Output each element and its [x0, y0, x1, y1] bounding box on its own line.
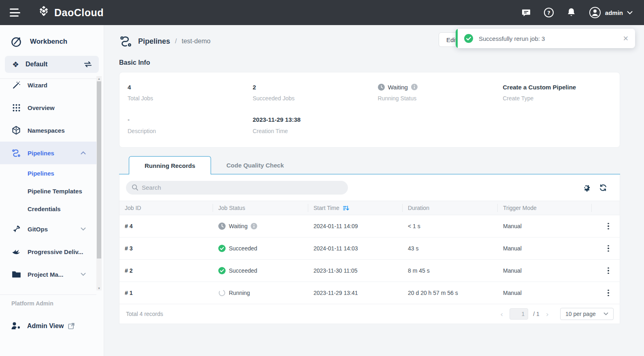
toast-accent-bar: [456, 29, 458, 48]
sidebar-scrollbar[interactable]: ▲ ▼: [96, 76, 102, 290]
column-header-duration[interactable]: Duration: [403, 204, 498, 212]
duration-cell: < 1 s: [403, 223, 498, 229]
search-input[interactable]: [142, 184, 328, 191]
menu-toggle-icon[interactable]: [10, 8, 20, 17]
refresh-icon[interactable]: [599, 183, 608, 192]
job-status-cell: Waiting: [213, 222, 308, 230]
scrollbar-thumb[interactable]: [97, 81, 101, 259]
gitops-rocket-icon: [11, 225, 21, 234]
sidebar-item-overview[interactable]: Overview: [0, 96, 96, 119]
platform-admin-divider: [0, 295, 96, 295]
table-row[interactable]: # 2 Succeeded 2023-11-30 11:05 8 m 45 s …: [119, 260, 620, 282]
waiting-clock-icon: [378, 84, 385, 91]
chevron-up-icon: [81, 151, 86, 155]
progressive-delivery-bird-icon: [11, 248, 21, 256]
main-content: Pipelines / test-demo Edit Successfully …: [104, 25, 644, 356]
page-number-input[interactable]: [510, 308, 528, 320]
breadcrumb-root[interactable]: Pipelines: [138, 37, 170, 46]
sidebar-item-project-management[interactable]: Project Ma...: [0, 263, 96, 286]
start-time-cell: 2023-11-30 11:05: [308, 267, 403, 274]
column-header-actions: [592, 204, 620, 212]
toast-close-icon[interactable]: ✕: [623, 35, 629, 42]
row-actions-kebab-icon[interactable]: [606, 244, 611, 254]
column-header-start-time[interactable]: Start Time: [308, 204, 403, 212]
scroll-up-arrow-icon[interactable]: ▲: [96, 76, 102, 81]
job-id-cell: # 2: [119, 267, 213, 274]
job-id-cell: # 1: [119, 290, 213, 296]
messages-icon[interactable]: [521, 7, 531, 18]
waiting-clock-icon: [218, 222, 226, 230]
breadcrumb-current: test-demo: [181, 38, 210, 45]
column-settings-gear-icon[interactable]: [582, 183, 591, 192]
chevron-down-icon: [81, 227, 86, 231]
total-records-text: Total 4 records: [126, 311, 163, 317]
search-box[interactable]: [126, 181, 348, 195]
job-status-text: Succeeded: [229, 245, 257, 252]
sidebar-subitem-pipeline-templates[interactable]: Pipeline Templates: [0, 182, 96, 200]
wizard-wand-icon: [11, 81, 21, 90]
total-jobs-label: Total Jobs: [128, 95, 241, 102]
brand-wordmark: DaoCloud: [54, 7, 104, 19]
row-actions-kebab-icon[interactable]: [606, 266, 611, 276]
workbench-header[interactable]: Workbench: [0, 25, 104, 48]
user-menu[interactable]: admin: [589, 6, 633, 19]
sort-descending-icon[interactable]: [343, 205, 349, 211]
user-name: admin: [605, 9, 623, 16]
job-id-cell: # 4: [119, 223, 213, 229]
daocloud-logo-icon: [37, 6, 50, 19]
switch-workspace-icon[interactable]: [83, 61, 92, 68]
sidebar-item-progressive-delivery[interactable]: Progressive Deliv...: [0, 240, 96, 263]
sidebar-subitem-label: Credentials: [28, 206, 61, 212]
row-actions-kebab-icon[interactable]: [606, 288, 611, 298]
table-row[interactable]: # 3 Succeeded 2024-01-11 14:03 43 s Manu…: [119, 237, 620, 260]
running-records-panel: Job ID Job Status Start Time Duration Tr…: [119, 174, 620, 324]
per-page-value: 10 per page: [565, 311, 596, 317]
running-status-label: Running Status: [378, 95, 491, 102]
workspace-selector[interactable]: ❖ Default: [5, 56, 99, 73]
trigger-mode-cell: Manual: [498, 267, 592, 274]
top-header: DaoCloud ? admin: [0, 0, 644, 25]
sidebar-item-label: Wizard: [28, 82, 47, 89]
job-status-cell: Succeeded: [213, 245, 308, 252]
admin-user-icon: [11, 321, 21, 331]
per-page-select[interactable]: 10 per page: [560, 308, 614, 320]
previous-page-icon[interactable]: ‹: [499, 310, 505, 318]
scroll-down-arrow-icon[interactable]: ▼: [96, 286, 102, 290]
tab-code-quality-check[interactable]: Code Quality Check: [211, 156, 299, 174]
job-status-text: Running: [229, 290, 250, 296]
job-status-text: Waiting: [229, 223, 247, 229]
running-spinner-icon: [218, 289, 226, 297]
row-actions-kebab-icon[interactable]: [606, 221, 611, 231]
column-header-job-id[interactable]: Job ID: [119, 204, 213, 212]
column-header-trigger-mode[interactable]: Trigger Mode: [498, 204, 592, 212]
job-status-cell: Succeeded: [213, 267, 308, 274]
tab-running-records[interactable]: Running Records: [129, 156, 211, 174]
search-icon: [132, 184, 139, 191]
succeeded-check-icon: [218, 245, 226, 252]
sidebar-item-wizard[interactable]: Wizard: [0, 74, 96, 96]
table-row[interactable]: # 4 Waiting 2024-01-11 14:09 < 1 s Manua…: [119, 215, 620, 237]
sidebar-item-gitops[interactable]: GitOps: [0, 218, 96, 240]
notifications-bell-icon[interactable]: [566, 7, 577, 18]
column-header-job-status[interactable]: Job Status: [213, 204, 308, 212]
overview-grid-icon: [11, 104, 21, 112]
sidebar-item-pipelines[interactable]: Pipelines: [0, 142, 96, 164]
sidebar-item-namespaces[interactable]: Namespaces: [0, 119, 96, 142]
sidebar-item-admin-view[interactable]: Admin View: [0, 317, 96, 335]
sidebar-item-label: Overview: [28, 104, 55, 111]
creation-time-value: 2023-11-29 13:38: [253, 116, 366, 124]
sidebar-subitem-credentials[interactable]: Credentials: [0, 200, 96, 218]
status-info-icon[interactable]: [411, 84, 418, 90]
sidebar-subitem-pipelines[interactable]: Pipelines: [0, 164, 96, 182]
pagination: ‹ / 1 › 10 per page: [499, 308, 614, 320]
workspace-name: Default: [26, 61, 47, 68]
external-link-icon: [68, 322, 75, 330]
table-row[interactable]: # 1 Running 2023-11-29 13:41 20 d 20 h 5…: [119, 282, 620, 304]
succeeded-jobs-value: 2: [253, 83, 366, 91]
info-field-total-jobs: 4 Total Jobs: [119, 78, 245, 111]
next-page-icon[interactable]: ›: [544, 310, 550, 318]
help-icon[interactable]: ?: [544, 7, 554, 18]
basic-info-card: 4 Total Jobs 2 Succeeded Jobs Waiting Ru…: [119, 72, 620, 148]
status-info-icon[interactable]: [251, 223, 257, 229]
trigger-mode-cell: Manual: [498, 245, 592, 252]
